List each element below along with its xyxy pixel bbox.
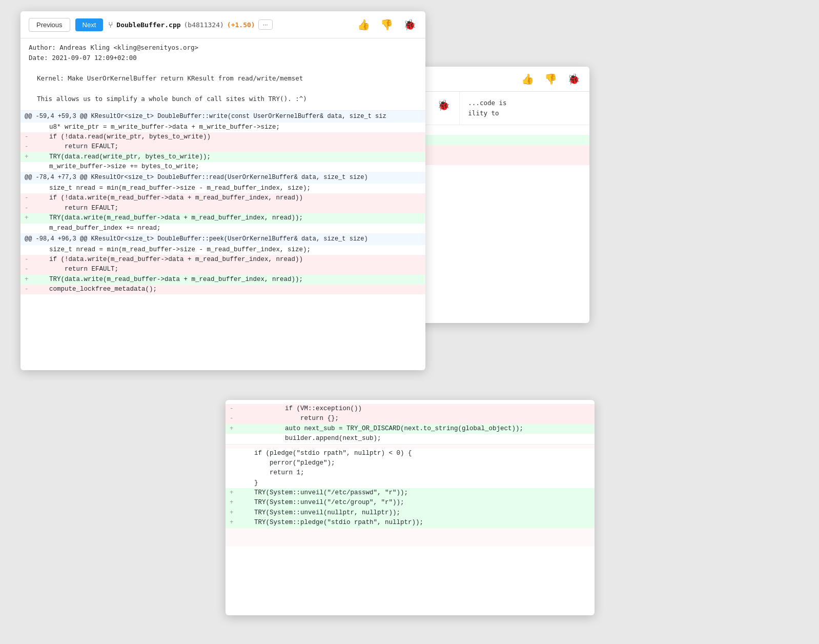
code-line: u8* write_ptr = m_write_buffer->data + m…: [21, 123, 425, 132]
file-info: ⑂ DoubleBuffer.cpp (b4811324) (+1.50) ··…: [108, 19, 272, 30]
code-line: - if (!data.read(write_ptr, bytes_to_wri…: [21, 132, 425, 142]
file-name: DoubleBuffer.cpp: [116, 21, 180, 29]
diff-card-3: - if (VM::exception()) - return {}; + au…: [226, 400, 595, 615]
code-line: - compute_lockfree_metadata();: [21, 285, 425, 294]
code-line: + TRY(System::unveil(nullptr, nullptr));: [226, 508, 595, 518]
date-line: Date: 2021-09-07 12:09+02:00: [29, 53, 417, 63]
code-line: if (pledge("stdio rpath", nullptr) < 0) …: [226, 449, 595, 458]
code-line: - if (!data.write(m_read_buffer->data + …: [21, 193, 425, 203]
code-line: - return EFAULT;: [21, 265, 425, 274]
header-actions: 👍 👎 🐞: [356, 17, 417, 32]
hunk-header: @@ -59,4 +59,3 @@ KResultOr<size_t> Doub…: [21, 111, 425, 123]
hunk-header: @@ -78,4 +77,3 @@ KResultOr<size_t> Doub…: [21, 172, 425, 184]
subject-line: Kernel: Make UserOrKernelBuffer return K…: [37, 73, 417, 84]
code-line: - if (!data.write(m_read_buffer->data + …: [21, 255, 425, 265]
code-line: builder.append(next_sub);: [226, 434, 595, 444]
code-line: - if (VM::exception()): [226, 404, 595, 414]
code-body-1: @@ -59,4 +59,3 @@ KResultOr<size_t> Doub…: [21, 111, 425, 294]
code-line: + auto next_sub = TRY_OR_DISCARD(next.to…: [226, 424, 595, 434]
bug-button-2[interactable]: 🐞: [436, 98, 451, 112]
code-line: - return EFAULT;: [21, 204, 425, 213]
code-line: size_t nread = min(m_read_buffer->size -…: [21, 184, 425, 193]
file-hash: (b4811324): [184, 21, 224, 29]
code-line: + TRY(data.write(m_read_buffer->data + m…: [21, 275, 425, 285]
branch-icon: ⑂: [108, 20, 113, 30]
thumbdown-button[interactable]: 👎: [543, 72, 558, 86]
code-line: + TRY(System::pledge("stdio rpath", null…: [226, 518, 595, 528]
code-line: return 1;: [226, 468, 595, 478]
commit-meta: Author: Andreas Kling <kling@serenityos.…: [21, 38, 425, 111]
code-line: + TRY(System::unveil("/etc/group", "r"))…: [226, 498, 595, 508]
thumbdown-button[interactable]: 👎: [379, 17, 394, 32]
code-line: + TRY(data.read(write_ptr, bytes_to_writ…: [21, 152, 425, 162]
previous-button[interactable]: Previous: [29, 18, 70, 32]
hunk-header: @@ -98,4 +96,3 @@ KResultOr<size_t> Doub…: [21, 233, 425, 245]
code-body-3: - if (VM::exception()) - return {}; + au…: [226, 400, 595, 551]
thumbup-button[interactable]: 👍: [356, 17, 371, 32]
code-line: - return {};: [226, 414, 595, 424]
next-button[interactable]: Next: [75, 18, 104, 31]
diff-card-1: Previous Next ⑂ DoubleBuffer.cpp (b48113…: [21, 11, 425, 370]
thumbup-button[interactable]: 👍: [520, 72, 535, 86]
code-line: + TRY(data.write(m_read_buffer->data + m…: [21, 213, 425, 223]
code-line: size_t nread = min(m_read_buffer->size -…: [21, 245, 425, 255]
file-score: (+1.50): [227, 21, 255, 29]
ellipsis-button[interactable]: ···: [258, 19, 273, 30]
code-line: + TRY(System::unveil("/etc/passwd", "r")…: [226, 488, 595, 498]
code-line: m_write_buffer->size += bytes_to_write;: [21, 162, 425, 172]
card1-header: Previous Next ⑂ DoubleBuffer.cpp (b48113…: [21, 11, 425, 38]
bug-button[interactable]: 🐞: [402, 17, 417, 32]
code-line: perror("pledge");: [226, 458, 595, 468]
code-line: }: [226, 478, 595, 488]
comment-text-2: ...code isility to: [468, 99, 506, 117]
code-line: m_read_buffer_index += nread;: [21, 224, 425, 233]
body-line: This allows us to simplify a whole bunch…: [37, 94, 417, 104]
author-line: Author: Andreas Kling <kling@serenityos.…: [29, 43, 417, 53]
code-line: - return EFAULT;: [21, 142, 425, 152]
bug-button[interactable]: 🐞: [566, 72, 581, 86]
